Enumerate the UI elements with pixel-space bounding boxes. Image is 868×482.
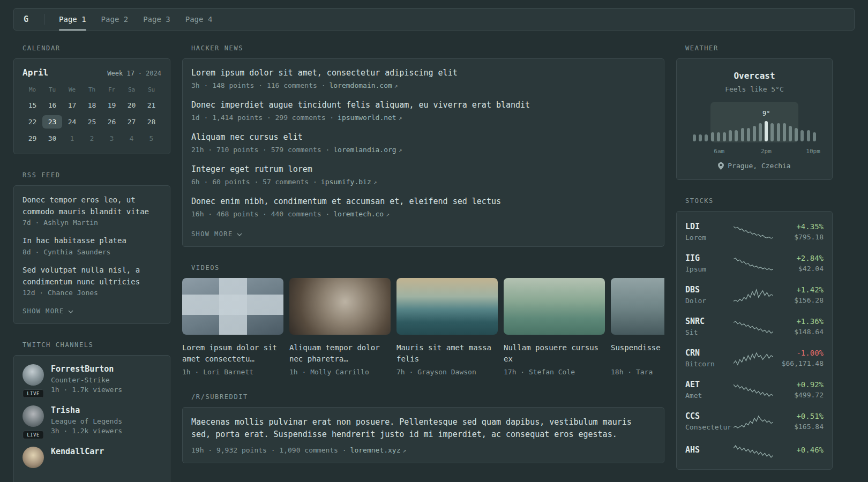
calendar-widget: CALENDAR April Week 17 · 2024 Mo Tu We bbox=[13, 44, 170, 154]
app-logo[interactable]: G bbox=[24, 9, 31, 30]
weather-bar bbox=[753, 126, 756, 141]
tab-page-3[interactable]: Page 3 bbox=[143, 9, 170, 30]
hn-domain-link[interactable]: ipsumworld.net bbox=[338, 114, 396, 122]
rss-item-link[interactable]: In hac habitasse platea bbox=[23, 235, 161, 247]
twitch-channel[interactable]: KendallCarr bbox=[23, 447, 161, 468]
stock-row[interactable]: CCS Consectetur +0.51% $165.84 bbox=[685, 405, 824, 437]
hn-domain-link[interactable]: loremtech.co bbox=[333, 210, 384, 218]
weather-location: Prague, Czechia bbox=[685, 162, 824, 170]
stock-row[interactable]: DBS Dolor +1.42% $156.28 bbox=[685, 279, 824, 311]
external-link-icon: ↗ bbox=[394, 82, 398, 89]
video-card[interactable]: Mauris sit amet massa felis 7h · Grayson… bbox=[396, 278, 498, 376]
stock-name: Consectetur bbox=[685, 423, 734, 431]
weather-bar bbox=[699, 134, 702, 141]
stock-change: -1.00% bbox=[773, 349, 824, 357]
weather-card: Overcast Feels like 5°C 9° 6am2pm10pm Pr… bbox=[676, 58, 833, 180]
channel-info: Trisha League of Legends 3h · 1.2k viewe… bbox=[51, 405, 122, 435]
hackernews-card: Lorem ipsum dolor sit amet, consectetur … bbox=[182, 58, 664, 247]
hn-story-link[interactable]: Integer eget rutrum lorem bbox=[191, 164, 655, 175]
video-title[interactable]: Mauris sit amet massa felis bbox=[396, 342, 498, 365]
stock-price: $499.72 bbox=[773, 391, 824, 399]
subreddit-widget-header: /R/SUBREDDIT bbox=[191, 393, 664, 401]
video-card[interactable]: Lorem ipsum dolor sit amet consectetu… 1… bbox=[182, 278, 283, 376]
twitch-channel[interactable]: LIVE ForrestBurton Counter-Strike 1h · 1… bbox=[23, 364, 161, 394]
calendar-week: Week 17 bbox=[107, 70, 134, 77]
stock-row[interactable]: SNRC Sit +1.36% $148.64 bbox=[685, 311, 824, 342]
subreddit-post-link[interactable]: Maecenas mollis pulvinar erat non posuer… bbox=[191, 417, 632, 439]
rss-item-meta: 7d · Ashlyn Martin bbox=[23, 219, 161, 227]
twitch-widget: TWITCH CHANNELS LIVE ForrestBurton Count… bbox=[13, 341, 170, 482]
stock-row[interactable]: AHS +0.46% bbox=[685, 437, 824, 465]
rss-card: Donec tempor eros leo, ut commodo mauris… bbox=[13, 185, 170, 324]
video-thumbnail[interactable] bbox=[182, 278, 283, 335]
weekday-label: Tu bbox=[42, 86, 62, 93]
video-title[interactable]: Aliquam tempor dolor nec pharetra… bbox=[289, 342, 391, 365]
rss-item-meta: 8d · Cynthia Saunders bbox=[23, 248, 161, 256]
rss-item-link[interactable]: Donec tempor eros leo, ut commodo mauris… bbox=[23, 194, 161, 217]
channel-name[interactable]: KendallCarr bbox=[51, 447, 104, 456]
video-card[interactable]: Nullam posuere cursus ex 17h · Stefan Co… bbox=[504, 278, 605, 376]
channel-name[interactable]: Trisha bbox=[51, 405, 122, 415]
calendar-day: 15 bbox=[23, 99, 42, 112]
hn-show-more-button[interactable]: SHOW MORE bbox=[191, 230, 242, 238]
stock-sparkline bbox=[734, 382, 773, 398]
channel-name[interactable]: ForrestBurton bbox=[51, 364, 122, 374]
tab-page-2[interactable]: Page 2 bbox=[101, 9, 129, 30]
subreddit-domain-link[interactable]: loremnet.xyz bbox=[350, 446, 401, 454]
hn-domain-link[interactable]: loremdomain.com bbox=[329, 81, 392, 89]
weather-bar bbox=[729, 130, 732, 141]
stock-row[interactable]: LDI Lorem +4.35% $795.18 bbox=[685, 216, 824, 247]
rss-show-more-button[interactable]: SHOW MORE bbox=[23, 307, 73, 315]
video-title[interactable]: Suspendisse diam bbox=[611, 342, 664, 365]
video-title[interactable]: Nullam posuere cursus ex bbox=[504, 342, 605, 365]
hn-item-meta: 6h · 60 points · 57 comments ·ipsumify.b… bbox=[191, 178, 655, 186]
video-title[interactable]: Lorem ipsum dolor sit amet consectetu… bbox=[182, 342, 283, 365]
tab-page-4[interactable]: Page 4 bbox=[185, 9, 213, 30]
weather-bar bbox=[741, 128, 744, 141]
calendar-day: 25 bbox=[82, 115, 102, 129]
stock-name: Ipsum bbox=[685, 265, 734, 273]
hn-item-meta: 3h · 148 points · 116 comments ·loremdom… bbox=[191, 81, 655, 89]
avatar-wrap bbox=[23, 447, 44, 468]
weather-widget-header: WEATHER bbox=[685, 44, 833, 52]
videos-widget-header: VIDEOS bbox=[191, 264, 664, 272]
video-card[interactable]: Suspendisse diam 18h · Tara bbox=[611, 278, 664, 376]
stock-row[interactable]: IIG Ipsum +2.84% $42.04 bbox=[685, 247, 824, 279]
twitch-channel[interactable]: LIVE Trisha League of Legends 3h · 1.2k … bbox=[23, 405, 161, 435]
weather-bar bbox=[693, 134, 696, 141]
hn-domain-link[interactable]: loremlandia.org bbox=[333, 146, 396, 154]
channel-info: ForrestBurton Counter-Strike 1h · 1.7k v… bbox=[51, 364, 122, 394]
stock-price: $66,171.48 bbox=[773, 359, 824, 367]
hn-story-link[interactable]: Lorem ipsum dolor sit amet, consectetur … bbox=[191, 67, 655, 79]
hn-story-link[interactable]: Donec imperdiet augue tincidunt felis al… bbox=[191, 100, 655, 111]
calendar-day: 18 bbox=[82, 99, 102, 112]
hn-domain-link[interactable]: ipsumify.biz bbox=[321, 178, 371, 186]
video-thumbnail[interactable] bbox=[396, 278, 498, 335]
stock-change: +0.92% bbox=[773, 380, 824, 389]
calendar-day: 27 bbox=[122, 115, 141, 129]
rss-item: Sed volutpat nulla nisl, a condimentum n… bbox=[23, 265, 161, 297]
stock-row[interactable]: CRN Bitcorn -1.00% $66,171.48 bbox=[685, 342, 824, 374]
rss-widget-header: RSS FEED bbox=[23, 171, 170, 179]
video-card[interactable]: Aliquam tempor dolor nec pharetra… 1h · … bbox=[289, 278, 391, 376]
external-link-icon: ↗ bbox=[386, 211, 390, 218]
stock-ticker: CCS bbox=[685, 411, 734, 421]
video-thumbnail[interactable] bbox=[289, 278, 391, 335]
calendar-day: 29 bbox=[23, 132, 42, 145]
calendar-day: 26 bbox=[102, 115, 122, 129]
stock-name: Dolor bbox=[685, 297, 734, 305]
hn-story-link[interactable]: Donec enim nibh, condimentum et accumsan… bbox=[191, 196, 655, 207]
calendar-day: 24 bbox=[62, 115, 82, 129]
weather-bar bbox=[783, 123, 786, 141]
stock-name: Bitcorn bbox=[685, 360, 734, 368]
video-thumbnail[interactable] bbox=[504, 278, 605, 335]
stock-change: +0.46% bbox=[773, 446, 824, 454]
tab-page-1[interactable]: Page 1 bbox=[59, 9, 86, 30]
rss-item-link[interactable]: Sed volutpat nulla nisl, a condimentum n… bbox=[23, 265, 161, 288]
video-thumbnail[interactable] bbox=[611, 278, 664, 335]
stock-row[interactable]: AET Amet +0.92% $499.72 bbox=[685, 374, 824, 405]
hn-item: Donec enim nibh, condimentum et accumsan… bbox=[191, 196, 655, 218]
stock-ticker: LDI bbox=[685, 222, 734, 231]
weekday-label: Th bbox=[82, 86, 102, 93]
hn-story-link[interactable]: Aliquam nec cursus elit bbox=[191, 132, 655, 143]
